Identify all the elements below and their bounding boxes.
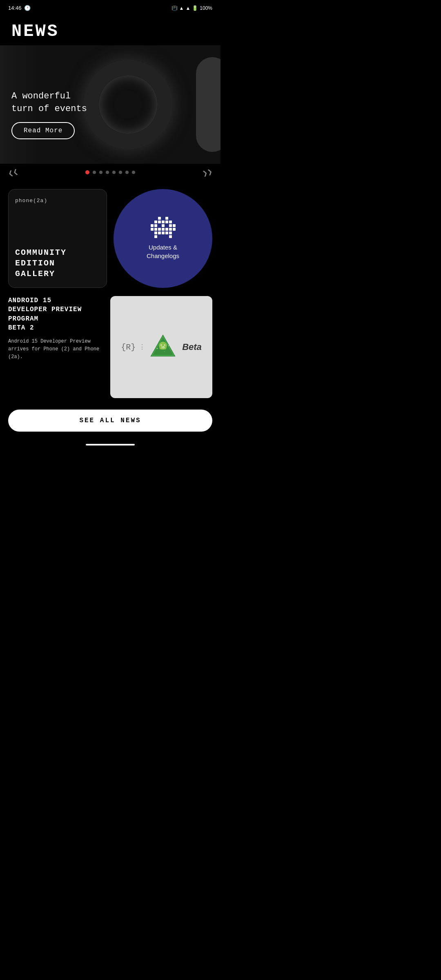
carousel: A wonderful turn of events Read More <box>0 45 220 164</box>
svg-point-8 <box>164 345 165 346</box>
beta-label: Beta <box>182 342 202 352</box>
android-badge-icon: 15 <box>149 333 177 361</box>
bottom-home-indicator <box>86 444 135 445</box>
svg-point-7 <box>161 345 162 346</box>
community-edition-card[interactable]: phone(2a) COMMUNITY EDITION GALLERY <box>8 189 107 288</box>
svg-text:15: 15 <box>161 346 165 349</box>
see-all-news-button[interactable]: SEE ALL NEWS <box>8 410 212 432</box>
time-display: 14:46 <box>8 5 22 11</box>
dot-5[interactable] <box>112 171 116 174</box>
article-description: Android 15 Developer Preview arrives for… <box>8 338 106 361</box>
dot-1[interactable] <box>85 170 89 174</box>
carousel-text-area: A wonderful turn of events Read More <box>11 90 87 139</box>
community-card-title: COMMUNITY EDITION GALLERY <box>15 247 100 279</box>
separator-icon: ⋮ <box>139 343 145 351</box>
status-bar: 14:46 🕐 📳 ▲ ▲ 🔋 100% <box>0 0 220 13</box>
dot-6[interactable] <box>119 171 122 174</box>
see-all-container: SEE ALL NEWS <box>0 398 220 440</box>
carousel-slide: A wonderful turn of events Read More <box>0 45 220 164</box>
svg-point-3 <box>168 345 169 346</box>
carousel-dots <box>85 170 135 174</box>
article-section: ANDROID 15 DEVELOPER PREVIEW PROGRAM BET… <box>0 288 220 398</box>
battery-percent: 100% <box>200 5 212 11</box>
feature-grid: phone(2a) COMMUNITY EDITION GALLERY Upda… <box>0 181 220 288</box>
carousel-next-button[interactable]: ❯❯ <box>201 166 214 178</box>
wifi-icon: ▲ <box>179 5 184 11</box>
battery-icon: 🔋 <box>192 5 198 11</box>
page-title: NEWS <box>0 13 220 45</box>
status-icons-area: 📳 ▲ ▲ 🔋 100% <box>172 5 212 11</box>
status-time-area: 14:46 🕐 <box>8 5 31 11</box>
article-image[interactable]: {R} ⋮ 15 Beta <box>110 296 212 398</box>
article-text-area: ANDROID 15 DEVELOPER PREVIEW PROGRAM BET… <box>8 296 110 361</box>
dot-8[interactable] <box>132 171 135 174</box>
vibrate-icon: 📳 <box>172 5 178 11</box>
article-title: ANDROID 15 DEVELOPER PREVIEW PROGRAM BET… <box>8 296 106 333</box>
carousel-controls: ❮❮ ❯❯ <box>0 164 220 181</box>
article-image-content: {R} ⋮ 15 Beta <box>110 328 212 366</box>
updates-label: Updates & Changelogs <box>147 243 179 260</box>
svg-point-2 <box>157 348 158 349</box>
dot-2[interactable] <box>93 171 96 174</box>
updates-card[interactable]: Updates & Changelogs <box>114 189 212 288</box>
signal-icon: ▲ <box>185 5 190 11</box>
read-more-button[interactable]: Read More <box>11 122 75 139</box>
ring-decoration <box>83 60 173 149</box>
bracket-icon: {R} <box>121 343 136 352</box>
dot-7[interactable] <box>125 171 129 174</box>
dot-4[interactable] <box>106 171 109 174</box>
carousel-prev-button[interactable]: ❮❮ <box>7 166 19 178</box>
robot-icon <box>151 217 176 238</box>
svg-point-4 <box>164 351 165 352</box>
right-decor <box>196 57 220 152</box>
alarm-icon: 🕐 <box>24 5 31 11</box>
phone-model-label: phone(2a) <box>15 198 100 204</box>
carousel-headline: A wonderful turn of events <box>11 90 87 116</box>
dot-3[interactable] <box>99 171 102 174</box>
